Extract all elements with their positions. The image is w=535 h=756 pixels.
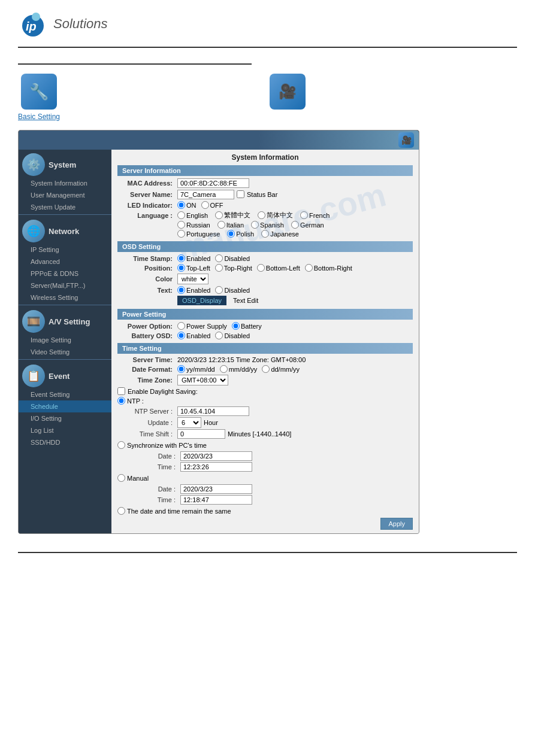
manual-time-row: Time :	[129, 495, 413, 505]
sidebar-item-ip-setting[interactable]: IP Setting	[19, 244, 111, 256]
battery-osd-enabled[interactable]: Enabled	[177, 332, 210, 339]
logo-icon: ip	[18, 9, 48, 39]
sidebar-item-ssd-hdd[interactable]: SSD/HDD	[19, 436, 111, 448]
lang-french[interactable]: French	[300, 211, 330, 220]
camera-icon: 🎥	[279, 83, 297, 100]
lang-portuguese-label: Portuguese	[186, 230, 220, 238]
network-label: Network	[49, 227, 79, 236]
lang-simp-chinese[interactable]: 简体中文	[258, 211, 293, 220]
lang-trad-chinese[interactable]: 繁體中文	[215, 211, 250, 220]
format-mdy[interactable]: mm/dd/yy	[220, 365, 258, 373]
ntp-option[interactable]: NTP :	[117, 397, 144, 405]
sidebar-divider-2	[19, 305, 111, 305]
lang-portuguese[interactable]: Portuguese	[177, 230, 220, 238]
lang-japanese[interactable]: Japanese	[261, 230, 299, 238]
led-off-option[interactable]: OFF	[201, 201, 223, 209]
pos-bottomright[interactable]: Bottom-Right	[305, 264, 352, 272]
timestamp-radio-group: Enabled Disabled	[177, 254, 250, 262]
battery-osd-disabled-label: Disabled	[224, 332, 250, 339]
remain-same-option[interactable]: The date and time remain the same	[117, 507, 231, 515]
sidebar-item-log-list[interactable]: Log List	[19, 424, 111, 436]
ntp-timeshift-label: Time Shift :	[126, 430, 177, 438]
timestamp-label: Time Stamp:	[117, 255, 177, 262]
sidebar-item-event-setting[interactable]: Event Setting	[19, 388, 111, 400]
daylight-checkbox[interactable]	[117, 387, 125, 395]
sync-pc-label: Synchronize with PC's time	[127, 442, 207, 449]
ntp-row: NTP :	[117, 397, 413, 405]
lang-english[interactable]: English	[177, 211, 208, 220]
server-time-row: Server Time: 2020/3/23 12:23:15 Time Zon…	[117, 356, 413, 363]
server-name-input[interactable]	[177, 190, 234, 199]
lang-row-3: Portuguese Polish Japanese	[177, 230, 330, 238]
ntp-label: NTP :	[127, 397, 144, 405]
logo-area: ip Solutions	[18, 9, 517, 39]
sync-pc-option[interactable]: Synchronize with PC's time	[117, 441, 207, 449]
settings-link[interactable]: Basic Setting	[18, 113, 60, 121]
sidebar-item-wireless[interactable]: Wireless Setting	[19, 292, 111, 303]
lang-italian[interactable]: Italian	[217, 221, 244, 229]
led-on-option[interactable]: ON	[177, 201, 197, 209]
globe-icon: 🌐	[27, 224, 40, 238]
color-select[interactable]: white black	[177, 274, 208, 284]
main-content: 🔧 Basic Setting 🎥 🎥 manuare.com	[0, 53, 535, 540]
manual-time-label: Time :	[129, 496, 180, 503]
manual-option[interactable]: Manual	[117, 474, 149, 482]
format-dmy-label: dd/mm/yy	[271, 366, 300, 373]
sidebar-item-io-setting[interactable]: I/O Setting	[19, 412, 111, 424]
ntp-timeshift-row: Time Shift : Minutes [-1440..1440]	[126, 429, 413, 439]
manual-date-input[interactable]	[180, 484, 252, 494]
lang-polish-label: Polish	[236, 230, 254, 238]
sidebar-item-schedule[interactable]: Schedule	[19, 400, 111, 412]
pos-topleft[interactable]: Top-Left	[177, 264, 210, 272]
sidebar-item-user-management[interactable]: User Management	[19, 189, 111, 201]
language-label: Language :	[117, 211, 177, 219]
apply-button[interactable]: Apply	[380, 518, 413, 530]
lang-trad-chinese-label: 繁體中文	[224, 211, 250, 220]
sidebar-item-advanced[interactable]: Advanced	[19, 256, 111, 268]
sync-date-label: Date :	[129, 453, 180, 460]
sidebar-item-image-setting[interactable]: Image Setting	[19, 334, 111, 346]
lang-russian[interactable]: Russian	[177, 221, 210, 229]
panel-content: System Information Server Information MA…	[111, 150, 419, 533]
pos-bottomleft[interactable]: Bottom-Left	[257, 264, 300, 272]
ntp-timeshift-input[interactable]	[177, 429, 225, 439]
sidebar-item-server[interactable]: Server(Mail,FTP...)	[19, 280, 111, 292]
sidebar-item-video-setting[interactable]: Video Setting	[19, 346, 111, 358]
ntp-server-input[interactable]	[177, 406, 249, 416]
daylight-row: Enable Daylight Saving:	[117, 387, 413, 395]
battery-option[interactable]: Battery	[232, 322, 262, 330]
power-option-row: Power Option: Power Supply Battery	[117, 322, 413, 330]
text-disabled-option[interactable]: Disabled	[215, 286, 250, 294]
ntp-update-select[interactable]: 6	[177, 417, 201, 428]
format-dmy[interactable]: dd/mm/yy	[262, 365, 300, 373]
led-row: LED Indicator: ON OFF	[117, 201, 413, 209]
daylight-label: Enable Daylight Saving:	[128, 388, 198, 395]
osd-preview-text: OSD_Display	[177, 296, 226, 305]
ntp-section: NTP Server : Update : 6 Hour	[126, 406, 413, 439]
sidebar-item-system-information[interactable]: System Information	[19, 177, 111, 189]
power-supply-option[interactable]: Power Supply	[177, 322, 227, 330]
sidebar-item-system-update[interactable]: System Update	[19, 201, 111, 213]
gear-icon: ⚙️	[27, 158, 40, 171]
text-enabled-option[interactable]: Enabled	[177, 286, 210, 294]
pos-topright[interactable]: Top-Right	[215, 264, 252, 272]
lang-polish[interactable]: Polish	[227, 230, 254, 238]
status-bar-label: Status Bar	[247, 191, 277, 198]
status-bar-checkbox[interactable]	[237, 190, 244, 198]
lang-german[interactable]: German	[291, 221, 324, 229]
sync-date-input[interactable]	[180, 451, 252, 461]
text-enabled-label: Enabled	[186, 287, 210, 294]
lang-french-label: French	[309, 212, 330, 219]
manual-time-input[interactable]	[180, 495, 252, 505]
battery-osd-disabled[interactable]: Disabled	[215, 332, 250, 339]
manual-fields: Date : Time :	[129, 484, 413, 505]
battery-osd-enabled-label: Enabled	[186, 332, 210, 339]
ts-enabled-option[interactable]: Enabled	[177, 254, 210, 262]
sync-time-input[interactable]	[180, 462, 252, 472]
timezone-select[interactable]: GMT+08:00	[177, 375, 228, 385]
sidebar-item-pppoe-ddns[interactable]: PPPoE & DDNS	[19, 268, 111, 280]
format-ymd[interactable]: yy/mm/dd	[177, 365, 215, 373]
mac-input[interactable]	[177, 178, 249, 188]
ts-disabled-option[interactable]: Disabled	[215, 254, 250, 262]
lang-spanish[interactable]: Spanish	[251, 221, 284, 229]
